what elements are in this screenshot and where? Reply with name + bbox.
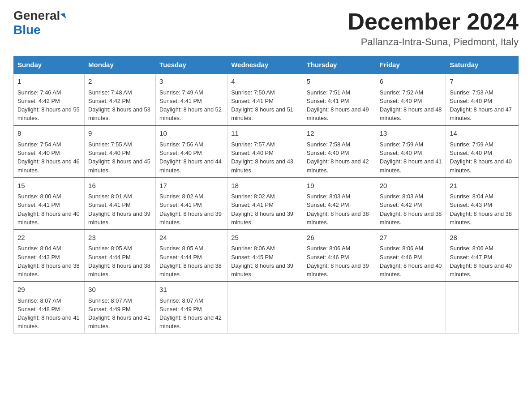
- calendar-cell: 15Sunrise: 8:00 AMSunset: 4:41 PMDayligh…: [14, 178, 85, 230]
- logo: General Blue: [13, 9, 65, 37]
- day-number: 31: [159, 285, 223, 295]
- day-number: 23: [88, 233, 152, 243]
- header-day-monday: Monday: [85, 56, 156, 74]
- day-number: 20: [380, 181, 442, 191]
- day-info: Sunrise: 7:57 AMSunset: 4:40 PMDaylight:…: [231, 140, 299, 175]
- calendar-cell: 25Sunrise: 8:06 AMSunset: 4:45 PMDayligh…: [227, 230, 303, 282]
- day-info: Sunrise: 7:56 AMSunset: 4:40 PMDaylight:…: [159, 140, 223, 175]
- calendar-cell: 10Sunrise: 7:56 AMSunset: 4:40 PMDayligh…: [156, 125, 227, 177]
- calendar-cell: 3Sunrise: 7:49 AMSunset: 4:41 PMDaylight…: [156, 73, 227, 125]
- day-info: Sunrise: 8:06 AMSunset: 4:46 PMDaylight:…: [380, 244, 442, 278]
- calendar-cell: 6Sunrise: 7:52 AMSunset: 4:40 PMDaylight…: [376, 73, 446, 125]
- header-day-thursday: Thursday: [303, 56, 376, 74]
- month-title: December 2024: [348, 9, 519, 34]
- day-info: Sunrise: 7:55 AMSunset: 4:40 PMDaylight:…: [88, 140, 152, 175]
- header-day-sunday: Sunday: [14, 56, 85, 74]
- day-info: Sunrise: 8:05 AMSunset: 4:44 PMDaylight:…: [88, 244, 152, 278]
- day-info: Sunrise: 8:01 AMSunset: 4:41 PMDaylight:…: [88, 192, 152, 227]
- day-number: 26: [307, 233, 372, 243]
- calendar-cell: 19Sunrise: 8:03 AMSunset: 4:42 PMDayligh…: [303, 178, 376, 230]
- day-info: Sunrise: 7:50 AMSunset: 4:41 PMDaylight:…: [231, 88, 299, 123]
- day-number: 24: [159, 233, 223, 243]
- calendar-cell: [227, 282, 303, 334]
- calendar-cell: 11Sunrise: 7:57 AMSunset: 4:40 PMDayligh…: [227, 125, 303, 177]
- day-number: 10: [159, 128, 223, 139]
- day-number: 27: [380, 233, 442, 243]
- day-info: Sunrise: 8:05 AMSunset: 4:44 PMDaylight:…: [159, 244, 223, 278]
- day-number: 14: [450, 128, 515, 139]
- logo-line2: Blue: [13, 23, 41, 37]
- calendar-cell: 23Sunrise: 8:05 AMSunset: 4:44 PMDayligh…: [85, 230, 156, 282]
- calendar-cell: [376, 282, 446, 334]
- calendar-cell: 17Sunrise: 8:02 AMSunset: 4:41 PMDayligh…: [156, 178, 227, 230]
- day-info: Sunrise: 7:49 AMSunset: 4:41 PMDaylight:…: [159, 88, 223, 123]
- calendar-cell: 7Sunrise: 7:53 AMSunset: 4:40 PMDaylight…: [446, 73, 519, 125]
- header-day-saturday: Saturday: [446, 56, 519, 74]
- day-info: Sunrise: 8:07 AMSunset: 4:48 PMDaylight:…: [17, 296, 81, 331]
- calendar-cell: 5Sunrise: 7:51 AMSunset: 4:41 PMDaylight…: [303, 73, 376, 125]
- day-info: Sunrise: 8:04 AMSunset: 4:43 PMDaylight:…: [450, 192, 515, 227]
- calendar-cell: 28Sunrise: 8:06 AMSunset: 4:47 PMDayligh…: [446, 230, 519, 282]
- day-info: Sunrise: 8:03 AMSunset: 4:42 PMDaylight:…: [380, 192, 442, 227]
- header-day-friday: Friday: [376, 56, 446, 74]
- header-day-wednesday: Wednesday: [227, 56, 303, 74]
- day-info: Sunrise: 8:06 AMSunset: 4:46 PMDaylight:…: [307, 244, 372, 278]
- calendar-cell: 24Sunrise: 8:05 AMSunset: 4:44 PMDayligh…: [156, 230, 227, 282]
- calendar-cell: 13Sunrise: 7:59 AMSunset: 4:40 PMDayligh…: [376, 125, 446, 177]
- day-info: Sunrise: 7:52 AMSunset: 4:40 PMDaylight:…: [380, 88, 442, 123]
- day-number: 18: [231, 181, 299, 191]
- day-number: 2: [88, 77, 152, 87]
- day-number: 15: [17, 181, 81, 191]
- header-day-tuesday: Tuesday: [156, 56, 227, 74]
- calendar-cell: 27Sunrise: 8:06 AMSunset: 4:46 PMDayligh…: [376, 230, 446, 282]
- day-number: 22: [17, 233, 81, 243]
- logo-arrow-icon: [60, 13, 66, 20]
- day-info: Sunrise: 7:58 AMSunset: 4:40 PMDaylight:…: [307, 140, 372, 175]
- day-number: 11: [231, 128, 299, 139]
- day-number: 7: [450, 77, 515, 87]
- day-info: Sunrise: 8:02 AMSunset: 4:41 PMDaylight:…: [159, 192, 223, 227]
- calendar-cell: 2Sunrise: 7:48 AMSunset: 4:42 PMDaylight…: [85, 73, 156, 125]
- calendar-cell: 9Sunrise: 7:55 AMSunset: 4:40 PMDaylight…: [85, 125, 156, 177]
- day-info: Sunrise: 7:53 AMSunset: 4:40 PMDaylight:…: [450, 88, 515, 123]
- calendar-cell: [303, 282, 376, 334]
- calendar-cell: 26Sunrise: 8:06 AMSunset: 4:46 PMDayligh…: [303, 230, 376, 282]
- day-info: Sunrise: 7:59 AMSunset: 4:40 PMDaylight:…: [450, 140, 515, 175]
- title-section: December 2024 Pallanza-Intra-Suna, Piedm…: [348, 9, 519, 48]
- day-info: Sunrise: 8:03 AMSunset: 4:42 PMDaylight:…: [307, 192, 372, 227]
- logo-line1: General: [13, 9, 65, 23]
- location-subtitle: Pallanza-Intra-Suna, Piedmont, Italy: [348, 36, 519, 48]
- day-info: Sunrise: 8:00 AMSunset: 4:41 PMDaylight:…: [17, 192, 81, 227]
- day-number: 3: [159, 77, 223, 87]
- calendar-cell: 18Sunrise: 8:02 AMSunset: 4:41 PMDayligh…: [227, 178, 303, 230]
- calendar-cell: 1Sunrise: 7:46 AMSunset: 4:42 PMDaylight…: [14, 73, 85, 125]
- day-number: 5: [307, 77, 372, 87]
- calendar-cell: 12Sunrise: 7:58 AMSunset: 4:40 PMDayligh…: [303, 125, 376, 177]
- calendar-cell: 29Sunrise: 8:07 AMSunset: 4:48 PMDayligh…: [14, 282, 85, 334]
- day-number: 16: [88, 181, 152, 191]
- calendar-cell: 14Sunrise: 7:59 AMSunset: 4:40 PMDayligh…: [446, 125, 519, 177]
- calendar-cell: [446, 282, 519, 334]
- week-row-2: 8Sunrise: 7:54 AMSunset: 4:40 PMDaylight…: [14, 125, 519, 177]
- day-number: 9: [88, 128, 152, 139]
- calendar-cell: 4Sunrise: 7:50 AMSunset: 4:41 PMDaylight…: [227, 73, 303, 125]
- week-row-4: 22Sunrise: 8:04 AMSunset: 4:43 PMDayligh…: [14, 230, 519, 282]
- week-row-3: 15Sunrise: 8:00 AMSunset: 4:41 PMDayligh…: [14, 178, 519, 230]
- day-info: Sunrise: 7:59 AMSunset: 4:40 PMDaylight:…: [380, 140, 442, 175]
- week-row-1: 1Sunrise: 7:46 AMSunset: 4:42 PMDaylight…: [14, 73, 519, 125]
- day-info: Sunrise: 7:48 AMSunset: 4:42 PMDaylight:…: [88, 88, 152, 123]
- day-info: Sunrise: 7:51 AMSunset: 4:41 PMDaylight:…: [307, 88, 372, 123]
- day-info: Sunrise: 8:07 AMSunset: 4:49 PMDaylight:…: [88, 296, 152, 331]
- day-info: Sunrise: 8:02 AMSunset: 4:41 PMDaylight:…: [231, 192, 299, 227]
- calendar-table: SundayMondayTuesdayWednesdayThursdayFrid…: [13, 56, 519, 334]
- day-number: 1: [17, 77, 81, 87]
- day-number: 21: [450, 181, 515, 191]
- calendar-cell: 8Sunrise: 7:54 AMSunset: 4:40 PMDaylight…: [14, 125, 85, 177]
- calendar-cell: 31Sunrise: 8:07 AMSunset: 4:49 PMDayligh…: [156, 282, 227, 334]
- day-info: Sunrise: 8:04 AMSunset: 4:43 PMDaylight:…: [17, 244, 81, 278]
- calendar-cell: 21Sunrise: 8:04 AMSunset: 4:43 PMDayligh…: [446, 178, 519, 230]
- day-number: 30: [88, 285, 152, 295]
- day-number: 6: [380, 77, 442, 87]
- calendar-cell: 20Sunrise: 8:03 AMSunset: 4:42 PMDayligh…: [376, 178, 446, 230]
- calendar-cell: 22Sunrise: 8:04 AMSunset: 4:43 PMDayligh…: [14, 230, 85, 282]
